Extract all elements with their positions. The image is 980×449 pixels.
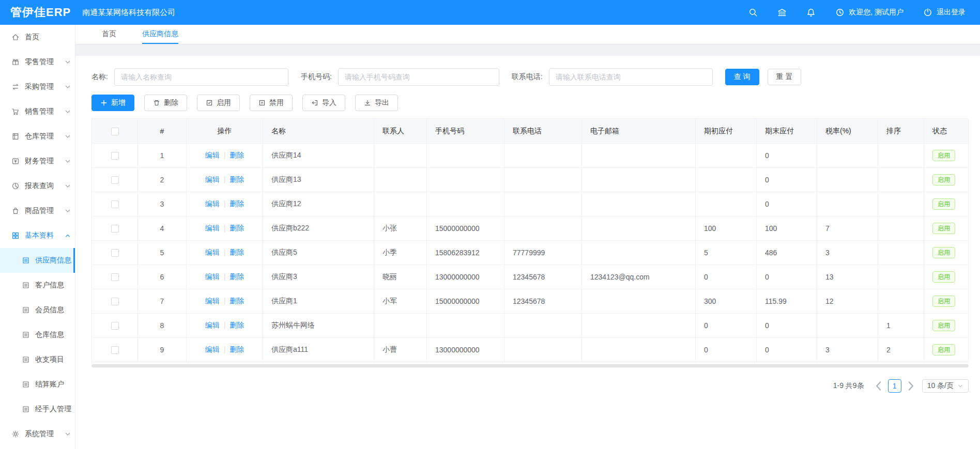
sidebar-item-label: 报表查询 bbox=[25, 181, 65, 191]
delete-link[interactable]: 删除 bbox=[229, 248, 244, 256]
row-checkbox[interactable] bbox=[111, 273, 119, 281]
edit-link[interactable]: 编辑 bbox=[205, 175, 220, 183]
sidebar-subitem[interactable]: 结算账户 bbox=[0, 372, 75, 397]
sidebar-item-7[interactable]: 报表查询 bbox=[0, 174, 75, 198]
edit-link[interactable]: 编辑 bbox=[205, 248, 220, 256]
sidebar-subitem[interactable]: 仓库信息 bbox=[0, 322, 75, 347]
link-divider: | bbox=[224, 199, 226, 208]
cell-actions: 编辑|删除 bbox=[187, 241, 263, 265]
cell-sort: 2 bbox=[878, 338, 924, 362]
row-checkbox[interactable] bbox=[111, 322, 119, 330]
delete-link[interactable]: 删除 bbox=[229, 151, 244, 159]
cell-closing: 115.99 bbox=[757, 289, 817, 314]
bank-icon[interactable] bbox=[777, 8, 787, 17]
sidebar-subitem[interactable]: 经手人管理 bbox=[0, 397, 75, 422]
export-button[interactable]: 导出 bbox=[355, 95, 398, 111]
home-icon bbox=[11, 33, 20, 41]
row-checkbox[interactable] bbox=[111, 225, 119, 233]
delete-button[interactable]: 删除 bbox=[144, 95, 187, 111]
row-checkbox[interactable] bbox=[111, 298, 119, 305]
tel-input[interactable] bbox=[549, 68, 713, 86]
edit-link[interactable]: 编辑 bbox=[205, 345, 220, 353]
tab[interactable]: 首页 bbox=[102, 25, 116, 44]
row-checkbox[interactable] bbox=[111, 249, 119, 257]
bell-icon[interactable] bbox=[806, 8, 816, 17]
edit-link[interactable]: 编辑 bbox=[205, 199, 220, 208]
page-layout: 首页零售管理采购管理销售管理仓库管理财务管理报表查询商品管理基本资料供应商信息客… bbox=[0, 25, 980, 449]
status-badge: 启用 bbox=[932, 247, 955, 258]
column-header: 排序 bbox=[878, 119, 924, 144]
edit-link[interactable]: 编辑 bbox=[205, 224, 220, 232]
row-checkbox[interactable] bbox=[111, 346, 119, 354]
disable-button[interactable]: 禁用 bbox=[250, 95, 293, 111]
add-button[interactable]: 新增 bbox=[91, 95, 134, 111]
cell-name: 供应商14 bbox=[263, 144, 374, 168]
sidebar-item-6[interactable]: 财务管理 bbox=[0, 149, 75, 174]
delete-link[interactable]: 删除 bbox=[229, 297, 244, 305]
sidebar-subitem[interactable]: 收支项目 bbox=[0, 347, 75, 372]
tab[interactable]: 供应商信息 bbox=[142, 25, 178, 44]
select-all-checkbox[interactable] bbox=[111, 128, 119, 135]
edit-link[interactable]: 编辑 bbox=[205, 151, 220, 159]
chevron-up-icon bbox=[65, 233, 71, 239]
edit-link[interactable]: 编辑 bbox=[205, 272, 220, 281]
reset-button[interactable]: 重 置 bbox=[768, 69, 802, 85]
cell-actions: 编辑|删除 bbox=[187, 192, 263, 216]
row-checkbox[interactable] bbox=[111, 176, 119, 184]
sidebar-item-10[interactable]: 系统管理 bbox=[0, 422, 75, 446]
page-number[interactable]: 1 bbox=[888, 379, 901, 393]
chevron-left-icon[interactable] bbox=[872, 379, 885, 393]
link-divider: | bbox=[224, 272, 226, 281]
welcome-user[interactable]: 欢迎您, 测试用户 bbox=[835, 8, 904, 17]
sidebar-subitem[interactable]: 供应商信息 bbox=[0, 248, 75, 273]
sidebar-item-3[interactable]: 采购管理 bbox=[0, 74, 75, 99]
cell-index: 8 bbox=[138, 314, 187, 338]
chevron-down-icon bbox=[65, 183, 71, 189]
cell-tel bbox=[504, 216, 582, 241]
import-button[interactable]: 导入 bbox=[302, 95, 345, 111]
delete-link[interactable]: 删除 bbox=[229, 175, 244, 183]
chevron-down-icon bbox=[65, 133, 71, 140]
sidebar-item-2[interactable]: 零售管理 bbox=[0, 50, 75, 74]
search-icon[interactable] bbox=[748, 8, 758, 17]
chevron-right-icon[interactable] bbox=[905, 379, 917, 393]
mobile-input[interactable] bbox=[338, 68, 499, 86]
doc-icon bbox=[22, 331, 30, 339]
query-button[interactable]: 查 询 bbox=[725, 69, 759, 85]
delete-link[interactable]: 删除 bbox=[229, 321, 244, 329]
delete-link[interactable]: 删除 bbox=[229, 199, 244, 208]
edit-link[interactable]: 编辑 bbox=[205, 321, 220, 329]
sidebar-item-9[interactable]: 基本资料 bbox=[0, 223, 75, 248]
doc-icon bbox=[22, 281, 30, 289]
sidebar-item-5[interactable]: 仓库管理 bbox=[0, 124, 75, 149]
sidebar-item-1[interactable]: 首页 bbox=[0, 25, 75, 50]
horizontal-scrollbar[interactable] bbox=[91, 364, 969, 368]
cell-sort bbox=[878, 168, 924, 192]
delete-link[interactable]: 删除 bbox=[229, 224, 244, 232]
row-checkbox[interactable] bbox=[111, 152, 119, 160]
row-checkbox[interactable] bbox=[111, 200, 119, 208]
edit-link[interactable]: 编辑 bbox=[205, 297, 220, 305]
cell-actions: 编辑|删除 bbox=[187, 144, 263, 168]
logout-button[interactable]: 退出登录 bbox=[923, 8, 966, 17]
main-area: 首页供应商信息 名称: 手机号码: 联系电话: 查 询 重 置 新增 bbox=[75, 25, 980, 449]
cell-actions: 编辑|删除 bbox=[187, 168, 263, 192]
cell-opening: 0 bbox=[696, 338, 757, 362]
scrollbar-thumb[interactable] bbox=[91, 364, 969, 367]
sidebar-subitem[interactable]: 会员信息 bbox=[0, 298, 75, 322]
enable-button[interactable]: 启用 bbox=[197, 95, 240, 111]
table-row: 7编辑|删除供应商1小军1500000000012345678300115.99… bbox=[92, 289, 969, 314]
tab-label: 供应商信息 bbox=[142, 29, 178, 39]
sidebar-subitem[interactable]: 客户信息 bbox=[0, 273, 75, 298]
sidebar-item-4[interactable]: 销售管理 bbox=[0, 99, 75, 124]
chevron-down-icon bbox=[65, 158, 71, 164]
delete-link[interactable]: 删除 bbox=[229, 345, 244, 353]
cell-mobile bbox=[427, 192, 504, 216]
gear-icon bbox=[11, 430, 20, 438]
status-badge: 启用 bbox=[932, 320, 955, 331]
sidebar-item-8[interactable]: 商品管理 bbox=[0, 198, 75, 223]
name-input[interactable] bbox=[114, 68, 288, 86]
cell-mobile: 15806283912 bbox=[427, 241, 504, 265]
page-size-select[interactable]: 10 条/页 bbox=[922, 379, 969, 393]
delete-link[interactable]: 删除 bbox=[229, 272, 244, 281]
